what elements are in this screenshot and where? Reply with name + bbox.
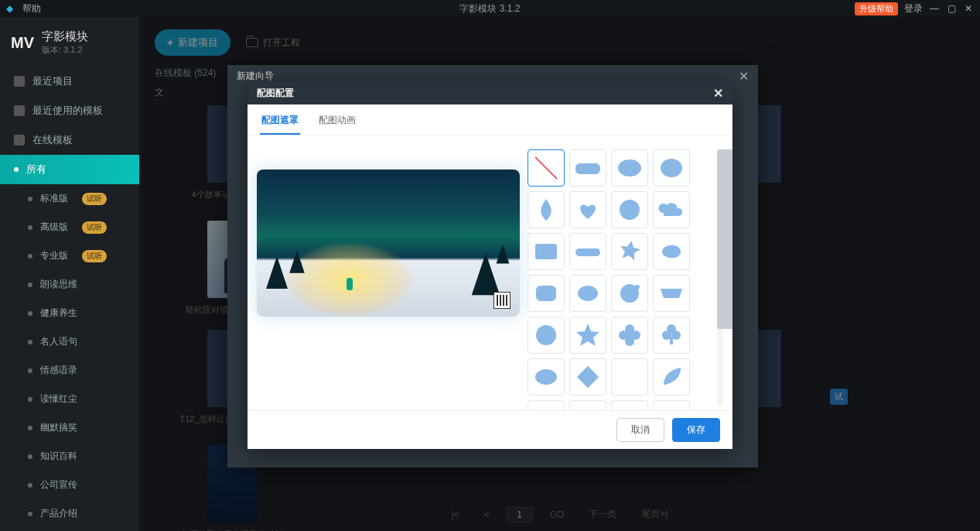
sidebar-sub[interactable]: 名人语句	[0, 327, 139, 356]
svg-rect-7	[536, 286, 556, 301]
mask-circle[interactable]	[611, 191, 648, 228]
modal-close-icon[interactable]: ✕	[713, 86, 723, 101]
mask-club[interactable]	[653, 317, 690, 354]
mask-heart[interactable]	[569, 191, 606, 228]
brand-version: 版本: 3.1.2	[42, 44, 88, 56]
mask-scrollbar[interactable]	[717, 149, 723, 406]
mask-cloud[interactable]	[611, 149, 648, 187]
menubar: ◆ 帮助 字影模块 3.1.2 升级帮助 登录 — ▢ ✕	[0, 0, 980, 17]
mask-rect-soft[interactable]	[528, 233, 565, 270]
sidebar-sub[interactable]: 情感语录	[0, 356, 139, 385]
sidebar-item-label: 读懂红尘	[40, 392, 77, 406]
tab-anim[interactable]: 配图动画	[317, 111, 357, 135]
svg-point-2	[618, 159, 641, 176]
sidebar-sub[interactable]: 幽默搞笑	[0, 413, 139, 442]
mask-brush2[interactable]	[569, 233, 606, 270]
tree-icon	[289, 250, 305, 272]
mask-cloud2[interactable]	[653, 191, 690, 228]
svg-rect-1	[575, 163, 600, 174]
menu-login[interactable]: 登录	[904, 2, 923, 15]
person-icon	[347, 278, 353, 290]
save-button[interactable]: 保存	[672, 418, 720, 442]
sidebar-item-all[interactable]: 所有	[0, 155, 139, 184]
tag: 试听	[82, 193, 107, 205]
tab-mask[interactable]: 配图遮罩	[260, 111, 300, 135]
mask-flower[interactable]	[611, 317, 648, 354]
dot-icon	[28, 397, 32, 402]
maximize-icon[interactable]: ▢	[946, 3, 957, 14]
sidebar-item-label: 最近项目	[32, 74, 73, 88]
mask-splat[interactable]	[611, 233, 648, 270]
mask-ellipse[interactable]	[653, 149, 690, 187]
mask-cloud3[interactable]	[653, 400, 690, 410]
wizard-close-icon[interactable]: ✕	[739, 69, 749, 84]
modal-tabs: 配图遮罩 配图动画	[248, 104, 732, 135]
mask-diamond[interactable]	[569, 358, 606, 396]
mask-brush[interactable]	[569, 149, 606, 187]
sidebar-sub[interactable]: 专业版试听	[0, 242, 139, 270]
mask-moon[interactable]	[611, 358, 648, 396]
sidebar-sub[interactable]: 朗读思维	[0, 270, 139, 299]
sidebar-item-recent[interactable]: 最近项目	[0, 67, 139, 96]
tag: 试听	[82, 250, 107, 262]
brand-name: 字影模块	[42, 29, 88, 44]
preview-image	[257, 170, 520, 317]
minimize-icon[interactable]: —	[929, 3, 940, 14]
scrollbar-thumb[interactable]	[717, 149, 732, 329]
close-icon[interactable]: ✕	[963, 3, 974, 14]
mask-blob2[interactable]	[569, 275, 606, 312]
modal-title: 配图配置	[257, 87, 294, 100]
mask-butterfly[interactable]	[528, 400, 565, 410]
svg-point-19	[667, 324, 676, 334]
mask-brush3[interactable]	[653, 275, 690, 312]
sidebar-sub[interactable]: 高级版试听	[0, 213, 139, 242]
dot-icon	[28, 368, 32, 373]
cloud-icon	[14, 135, 25, 146]
sidebar-item-online[interactable]: 在线模板	[0, 125, 139, 155]
dot-icon	[28, 197, 32, 201]
sidebar-item-recent-templates[interactable]: 最近使用的模板	[0, 96, 139, 125]
template-icon	[14, 105, 25, 116]
mask-drop[interactable]	[528, 191, 565, 228]
dot-icon	[28, 283, 32, 287]
svg-point-4	[620, 200, 640, 220]
tree-icon	[266, 256, 288, 289]
mask-oval[interactable]	[528, 358, 565, 396]
mask-blob[interactable]	[653, 233, 690, 270]
wizard-title: 新建向导	[237, 70, 274, 83]
mask-leaf[interactable]	[653, 358, 690, 396]
sidebar-item-label: 知识百科	[40, 450, 77, 463]
brand: MV 字影模块 版本: 3.1.2	[0, 25, 139, 67]
menu-help[interactable]: 帮助	[22, 2, 41, 15]
dot-icon	[28, 225, 32, 230]
tag: 试听	[82, 221, 107, 234]
sidebar-sub[interactable]: 标准版试听	[0, 184, 139, 213]
mask-splat2[interactable]	[611, 275, 648, 312]
sidebar-sub[interactable]: 读懂红尘	[0, 385, 139, 413]
upgrade-badge[interactable]: 升级帮助	[855, 2, 898, 15]
sidebar-sub[interactable]: 产品介绍	[0, 499, 139, 528]
mask-rounded[interactable]	[528, 275, 565, 312]
cancel-button[interactable]: 取消	[616, 418, 664, 442]
mask-soft-circle[interactable]	[528, 317, 565, 354]
svg-point-8	[578, 286, 598, 301]
brand-logo: MV	[11, 34, 34, 52]
mask-scallop[interactable]	[569, 400, 606, 410]
sidebar-item-label: 标准版	[40, 192, 68, 205]
mask-none[interactable]	[528, 149, 565, 187]
sidebar-item-label: 所有	[26, 163, 46, 176]
window-title: 字影模块 3.1.2	[459, 2, 520, 15]
mask-dog[interactable]	[611, 400, 648, 410]
dot-icon	[28, 311, 32, 316]
svg-point-11	[536, 325, 556, 345]
sidebar-item-label: 产品介绍	[40, 507, 77, 520]
sidebar-sub[interactable]: 健康养生	[0, 299, 139, 327]
mask-star[interactable]	[569, 317, 606, 354]
dot-icon	[28, 426, 32, 430]
sidebar-item-label: 在线模板	[32, 133, 73, 147]
app-logo-icon: ◆	[6, 3, 13, 14]
dot-icon	[28, 483, 32, 488]
sidebar-sub[interactable]: 知识百科	[0, 442, 139, 471]
mask-grid	[528, 149, 712, 406]
sidebar-sub[interactable]: 公司宣传	[0, 471, 139, 499]
